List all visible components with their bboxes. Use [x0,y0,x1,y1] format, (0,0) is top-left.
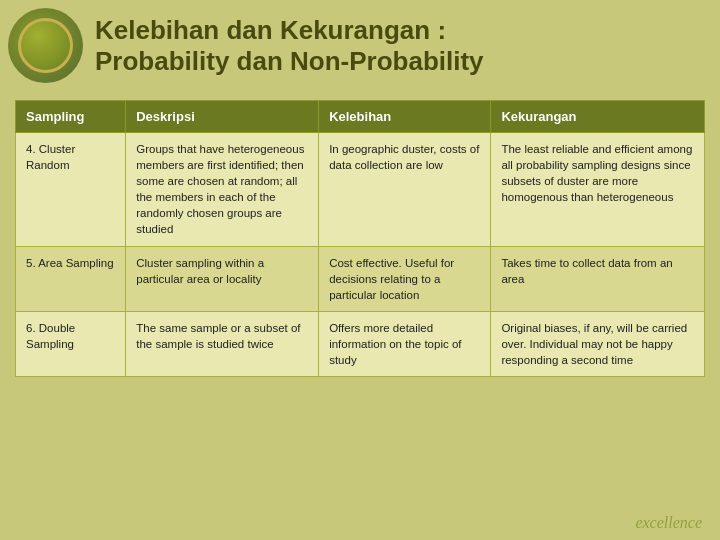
main-table: Sampling Deskripsi Kelebihan Kekurangan … [15,100,705,377]
cell-kekurangan: Original biases, if any, will be carried… [491,311,705,376]
cell-deskripsi: Cluster sampling within a particular are… [126,246,319,311]
logo-inner [18,18,73,73]
cell-sampling: 4. Cluster Random [16,133,126,247]
header-kelebihan: Kelebihan [319,101,491,133]
cell-kelebihan: Cost effective. Useful for decisions rel… [319,246,491,311]
cell-deskripsi: Groups that have heterogeneous members a… [126,133,319,247]
table-header-row: Sampling Deskripsi Kelebihan Kekurangan [16,101,705,133]
logo-area [8,8,88,88]
cell-kelebihan: In geographic duster, costs of data coll… [319,133,491,247]
watermark: excellence [635,514,702,532]
cell-deskripsi: The same sample or a subset of the sampl… [126,311,319,376]
table-row: 6. Double SamplingThe same sample or a s… [16,311,705,376]
header-deskripsi: Deskripsi [126,101,319,133]
page-wrapper: Kelebihan dan Kekurangan : Probability d… [0,0,720,540]
header-sampling: Sampling [16,101,126,133]
table-row: 5. Area SamplingCluster sampling within … [16,246,705,311]
cell-kekurangan: The least reliable and efficient among a… [491,133,705,247]
cell-sampling: 5. Area Sampling [16,246,126,311]
cell-kekurangan: Takes time to collect data from an area [491,246,705,311]
cell-kelebihan: Offers more detailed information on the … [319,311,491,376]
logo-icon [8,8,83,83]
cell-sampling: 6. Double Sampling [16,311,126,376]
table-container: Sampling Deskripsi Kelebihan Kekurangan … [15,100,705,510]
header-kekurangan: Kekurangan [491,101,705,133]
title-area: Kelebihan dan Kekurangan : Probability d… [95,15,700,77]
table-row: 4. Cluster RandomGroups that have hetero… [16,133,705,247]
page-title: Kelebihan dan Kekurangan : Probability d… [95,15,700,77]
